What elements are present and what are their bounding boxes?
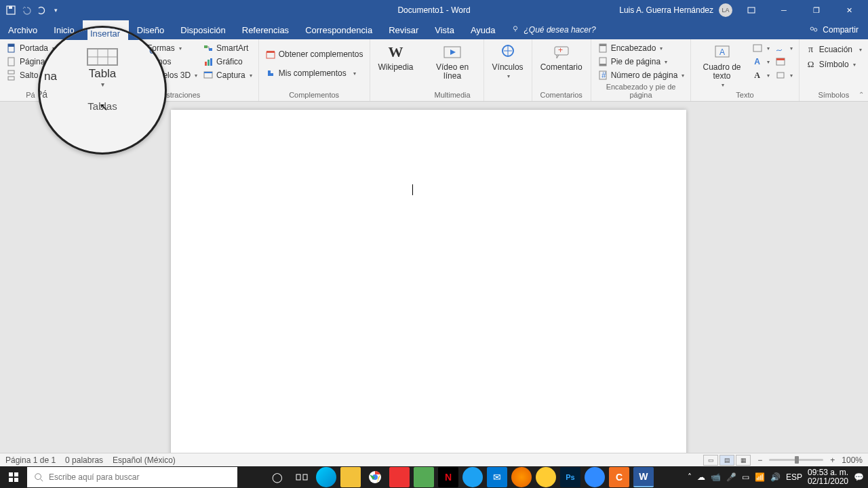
document-canvas[interactable] (0, 102, 868, 466)
wifi-icon[interactable]: 📶 (755, 472, 765, 482)
video-en-linea-button[interactable]: Vídeo en línea (426, 41, 479, 82)
text-box-icon: A (711, 43, 733, 62)
system-tray[interactable]: ˄ ☁ 📹 🎤 ▭ 📶 🔊 ESP 09:53 a. m. 02/11/2020… (684, 468, 868, 486)
web-layout-icon[interactable]: ▦ (736, 455, 751, 466)
status-words[interactable]: 0 palabras (65, 455, 103, 465)
zoom-in-button[interactable]: + (830, 455, 835, 465)
file-explorer-icon[interactable] (340, 467, 361, 487)
photoshop-icon[interactable]: Ps (560, 467, 580, 487)
group-label-texto: Texto (695, 89, 794, 101)
clock[interactable]: 09:53 a. m. 02/11/2020 (808, 468, 848, 486)
zoom-level[interactable]: 100% (842, 455, 863, 465)
task-view-icon[interactable] (292, 467, 312, 487)
vinculos-button[interactable]: Vínculos▾ (488, 41, 528, 81)
page[interactable] (171, 110, 686, 466)
captura-button[interactable]: Captura▾ (201, 69, 254, 81)
mail-icon[interactable]: ✉ (487, 467, 507, 487)
svg-rect-37 (753, 45, 762, 52)
close-button[interactable]: ✕ (835, 0, 863, 20)
obtener-complementos-button[interactable]: Obtener complementos (263, 48, 366, 60)
comentario-button[interactable]: +Comentario (536, 41, 587, 73)
svg-rect-10 (8, 77, 14, 80)
grafico-button[interactable]: Gráfico (201, 56, 254, 68)
date-time-button[interactable] (773, 56, 795, 68)
view-switcher[interactable]: ▭ ▤ ▦ (703, 455, 751, 466)
input-lang[interactable]: ESP (786, 472, 802, 482)
camtasia-icon[interactable] (414, 467, 434, 487)
touchpad-icon[interactable]: ▭ (742, 472, 749, 482)
tray-expand-icon[interactable]: ˄ (688, 472, 692, 482)
firefox-icon[interactable] (511, 467, 532, 487)
tab-correspondencia[interactable]: Correspondencia (297, 20, 380, 39)
cortana-icon[interactable]: ◯ (267, 467, 288, 487)
redo-icon[interactable] (35, 5, 46, 16)
share-label: Compartir (823, 25, 859, 35)
tab-archivo[interactable]: Archivo (0, 20, 45, 39)
volume-icon[interactable]: 🔊 (770, 472, 781, 482)
netflix-icon[interactable]: N (438, 467, 458, 487)
onedrive-icon[interactable]: ☁ (697, 472, 705, 482)
drop-cap-button[interactable]: A▾ (750, 69, 772, 81)
page-number-icon: # (597, 70, 608, 81)
status-page[interactable]: Página 1 de 1 (5, 455, 56, 465)
user-name[interactable]: Luis A. Guerra Hernández (619, 5, 713, 15)
svg-point-4 (811, 27, 814, 30)
group-simbolos: πEcuación▾ ΩSímbolo▾ Símbolos (800, 39, 868, 101)
signature-line-button[interactable]: ▾ (773, 42, 795, 54)
app-yellow-icon[interactable] (536, 467, 556, 487)
zoom-out-button[interactable]: − (757, 455, 762, 465)
smartart-button[interactable]: SmartArt (201, 42, 254, 54)
word-taskbar-icon[interactable]: W (633, 467, 654, 487)
movies-icon[interactable] (389, 467, 410, 487)
start-button[interactable] (0, 466, 27, 488)
twitter-icon[interactable] (462, 467, 483, 487)
svg-point-3 (513, 26, 517, 30)
tab-ayuda[interactable]: Ayuda (462, 20, 504, 39)
quick-parts-button[interactable]: ▾ (750, 42, 772, 54)
maximize-button[interactable]: ❐ (803, 0, 830, 20)
print-layout-icon[interactable]: ▤ (719, 455, 734, 466)
numero-pagina-button[interactable]: #Número de página▾ (595, 69, 687, 81)
dropcap-icon: A (752, 70, 763, 81)
action-center-icon[interactable]: 💬 (854, 472, 864, 482)
encabezado-button[interactable]: Encabezado▾ (595, 42, 687, 54)
tab-referencias[interactable]: Referencias (234, 20, 297, 39)
zoom-slider[interactable] (769, 459, 823, 461)
cuadro-texto-button[interactable]: ACuadro de texto▾ (695, 41, 748, 89)
read-mode-icon[interactable]: ▭ (703, 455, 718, 466)
svg-rect-20 (210, 58, 212, 66)
tell-me-search[interactable]: ¿Qué desea hacer? (511, 20, 596, 39)
object-button[interactable]: ▾ (773, 69, 795, 81)
ribbon-display-icon[interactable] (738, 0, 765, 20)
ecuacion-button[interactable]: πEcuación▾ (804, 43, 864, 56)
wordart-button[interactable]: A▾ (750, 56, 772, 68)
chart-icon (203, 56, 214, 67)
wikipedia-button[interactable]: WWikipedia (374, 41, 418, 73)
user-avatar[interactable]: LA (719, 3, 732, 17)
tab-revisar[interactable]: Revisar (380, 20, 427, 39)
mic-icon[interactable]: 🎤 (726, 472, 736, 482)
meet-now-icon[interactable]: 📹 (711, 472, 721, 482)
tab-disposicion[interactable]: Disposición (172, 20, 233, 39)
share-button[interactable]: Compartir (800, 20, 868, 39)
prezi-icon[interactable] (585, 467, 605, 487)
save-icon[interactable] (5, 5, 16, 16)
tab-vista[interactable]: Vista (427, 20, 462, 39)
chrome-icon[interactable] (365, 467, 385, 487)
taskbar-search[interactable]: Escribe aquí para buscar (27, 467, 237, 487)
collapse-ribbon-icon[interactable]: ⌃ (859, 91, 864, 98)
snagit-icon[interactable]: C (609, 467, 629, 487)
qat-customize-icon[interactable]: ▾ (50, 5, 61, 16)
document-title: Documento1 - Word (397, 5, 470, 15)
status-language[interactable]: Español (México) (113, 455, 176, 465)
undo-icon[interactable] (20, 5, 31, 16)
edge-icon[interactable] (316, 467, 336, 487)
pie-pagina-button[interactable]: Pie de página▾ (595, 56, 687, 68)
portada-button[interactable]: Portada▾ (4, 42, 57, 54)
mis-complementos-button[interactable]: Mis complementos▾ (263, 67, 366, 79)
minimize-button[interactable]: ─ (770, 0, 797, 20)
svg-rect-45 (9, 472, 13, 476)
svg-rect-48 (14, 478, 18, 482)
svg-line-50 (41, 479, 43, 482)
simbolo-button[interactable]: ΩSímbolo▾ (804, 58, 864, 70)
